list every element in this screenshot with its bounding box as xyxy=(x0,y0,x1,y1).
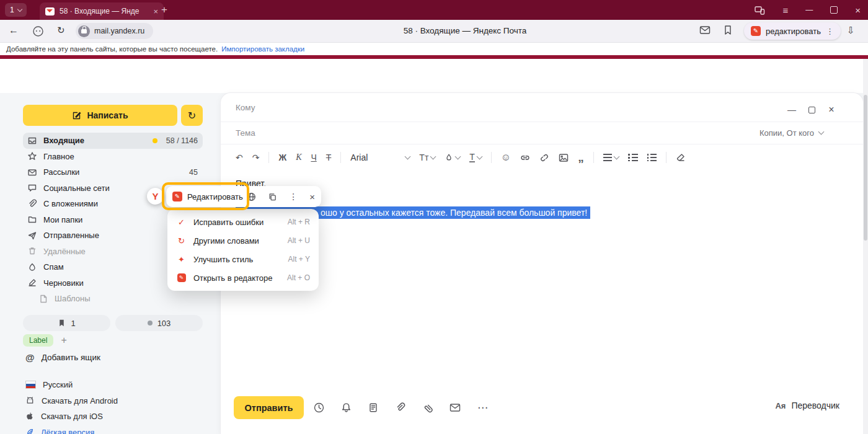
compose-expand-icon[interactable] xyxy=(806,104,817,115)
cc-from-toggle[interactable]: Копии, От кого xyxy=(760,128,823,138)
feather-icon xyxy=(25,428,34,434)
browser-profile-icon[interactable] xyxy=(32,25,44,37)
scrollbar-thumb[interactable] xyxy=(864,95,867,241)
language-link[interactable]: Русский xyxy=(25,377,118,393)
attach-mail-icon[interactable] xyxy=(450,403,461,412)
underline-button[interactable]: Ч xyxy=(311,153,316,162)
back-icon[interactable]: ← xyxy=(9,25,19,36)
droplet-icon xyxy=(445,153,453,162)
menu-item-improve-style[interactable]: ✦ Улучшить стиль Alt + Y xyxy=(167,250,319,268)
browser-tab-active[interactable]: 58 · Входящие — Янде × xyxy=(40,2,164,20)
window-close-icon[interactable]: × xyxy=(855,5,861,16)
new-tab-button[interactable]: + xyxy=(161,3,167,17)
to-input[interactable] xyxy=(264,102,848,113)
font-name: Arial xyxy=(350,153,368,162)
schedule-clock-icon[interactable] xyxy=(314,402,324,413)
yandex-quick-button[interactable]: Y xyxy=(147,188,164,205)
sidebar-item-templates[interactable]: Шаблоны xyxy=(23,291,203,307)
mail-notify-icon[interactable] xyxy=(699,25,711,35)
unread-dot xyxy=(153,138,157,143)
subject-input[interactable] xyxy=(264,128,760,138)
italic-button[interactable]: К xyxy=(296,153,301,162)
devices-icon[interactable] xyxy=(755,6,765,15)
copy-icon[interactable] xyxy=(268,192,277,202)
lock-icon[interactable] xyxy=(78,25,90,37)
tab-title: 58 · Входящие — Янде xyxy=(60,7,148,16)
redo-icon[interactable]: ↷ xyxy=(252,153,260,162)
blockquote-icon[interactable]: „ xyxy=(578,155,584,160)
font-family-select[interactable]: Arial xyxy=(350,153,410,162)
edit-button[interactable]: ✎ Редактировать xyxy=(172,192,247,202)
bullet-list-icon[interactable] xyxy=(628,154,638,161)
attach-from-disk-icon[interactable] xyxy=(422,402,433,413)
scrollbar[interactable] xyxy=(863,59,868,434)
page-title: 58 · Входящие — Яндекс Почта xyxy=(260,26,670,35)
add-mailbox[interactable]: @ Добавить ящик xyxy=(25,352,100,363)
sidebar-item-mailings[interactable]: Рассылки 45 xyxy=(23,164,203,180)
paper-plane-icon xyxy=(27,231,37,241)
link-label: Скачать для iOS xyxy=(41,412,103,421)
downloads-icon[interactable]: ⇩ xyxy=(847,25,855,36)
menu-item-rephrase[interactable]: ↻ Другими словами Alt + U xyxy=(167,231,319,250)
star-icon xyxy=(27,151,37,161)
light-version-link[interactable]: Лёгкая версия xyxy=(25,425,118,434)
more-options-icon[interactable]: ⋯ xyxy=(477,401,488,414)
import-bookmarks-link[interactable]: Импортировать закладки xyxy=(221,45,304,53)
ios-download-link[interactable]: Скачать для iOS xyxy=(25,409,118,425)
unread-pill[interactable]: 103 xyxy=(115,315,203,331)
menu-shortcut: Alt + U xyxy=(288,236,310,245)
sidebar-item-inbox[interactable]: Входящие 58 / 1146 xyxy=(23,133,203,149)
emoji-icon[interactable]: ☺ xyxy=(501,152,511,163)
editor-extension-pill[interactable]: ✎ редактировать ⋮ xyxy=(744,22,841,40)
menu-item-label: Другими словами xyxy=(193,236,281,246)
menu-item-fix-errors[interactable]: ✓ Исправить ошибки Alt + R xyxy=(167,213,319,231)
dot-icon xyxy=(148,321,153,326)
android-download-link[interactable]: Скачать для Android xyxy=(25,393,118,409)
translator-label: Переводчик xyxy=(791,401,839,410)
numbered-list-icon[interactable] xyxy=(647,154,657,161)
translator-button[interactable]: Ая Переводчик xyxy=(775,401,839,410)
notify-bell-icon[interactable] xyxy=(341,402,352,413)
menu-item-open-editor[interactable]: ✎ Открыть в редакторе Alt + O xyxy=(167,268,319,287)
tab-counter[interactable]: 1 xyxy=(5,3,27,17)
compose-close-icon[interactable]: × xyxy=(826,104,837,115)
flagged-pill[interactable]: 1 xyxy=(23,315,110,331)
window-restore-icon[interactable] xyxy=(830,6,838,14)
sidebar-item-main[interactable]: Главное xyxy=(23,149,203,165)
strikethrough-button[interactable]: Т xyxy=(326,153,332,162)
globe-icon[interactable] xyxy=(247,192,256,202)
tab-close-icon[interactable]: × xyxy=(153,7,158,16)
window-minimize-icon[interactable]: — xyxy=(805,6,813,14)
kebab-icon[interactable]: ⋮ xyxy=(289,192,298,202)
popup-close-icon[interactable]: × xyxy=(309,192,315,202)
extension-kebab-icon[interactable]: ⋮ xyxy=(826,27,834,36)
align-select[interactable] xyxy=(603,154,619,161)
address-bar[interactable]: mail.yandex.ru xyxy=(76,23,153,39)
insert-image-icon[interactable] xyxy=(559,153,569,162)
unlink-icon[interactable] xyxy=(539,153,549,162)
chat-bubble-icon xyxy=(27,183,37,193)
undo-icon[interactable]: ↶ xyxy=(236,153,243,162)
compose-minimize-icon[interactable]: — xyxy=(786,104,797,115)
font-size-select[interactable]: Тт xyxy=(419,153,435,162)
text-color-select[interactable]: Т xyxy=(469,153,482,163)
browser-menu-icon[interactable]: ≡ xyxy=(782,5,788,16)
browser-tab-bar: 1 58 · Входящие — Янде × + ≡ — × xyxy=(0,0,868,20)
send-button[interactable]: Отправить xyxy=(234,396,304,419)
flag-icon xyxy=(58,319,66,327)
reload-icon[interactable]: ↻ xyxy=(57,25,65,36)
check-mail-button[interactable]: ↻ xyxy=(181,105,203,126)
attach-file-icon[interactable] xyxy=(395,402,405,413)
tab-count-label: 1 xyxy=(10,6,14,14)
add-label-icon[interactable]: + xyxy=(61,335,66,346)
apple-icon xyxy=(25,412,34,421)
bookmark-icon[interactable] xyxy=(723,25,733,35)
folder-label: Главное xyxy=(43,152,192,161)
bold-button[interactable]: Ж xyxy=(278,153,286,162)
fill-color-select[interactable] xyxy=(445,153,460,162)
compose-button[interactable]: Написать xyxy=(23,105,177,126)
link-icon[interactable] xyxy=(520,153,530,162)
label-tag[interactable]: Label xyxy=(23,334,53,347)
clear-format-icon[interactable] xyxy=(676,153,686,162)
note-icon[interactable] xyxy=(368,402,378,413)
